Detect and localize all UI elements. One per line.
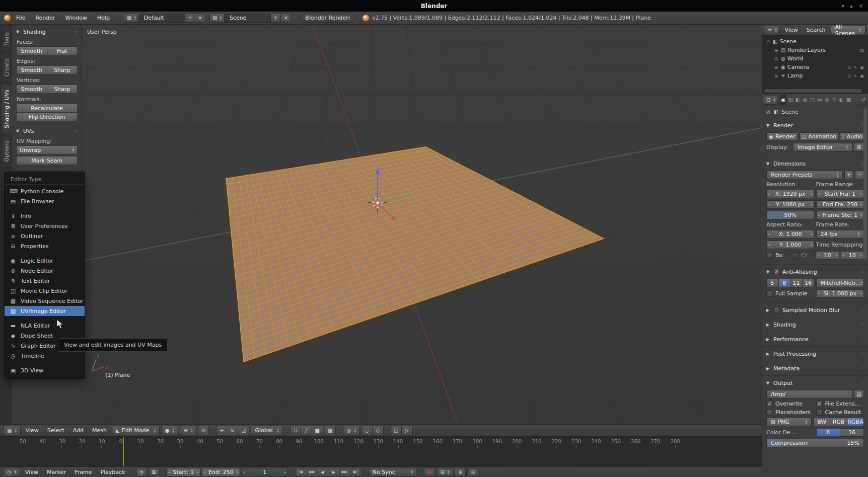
insert-keyframe-button[interactable]: ⊕	[455, 468, 466, 476]
outliner-scrollbar[interactable]	[764, 89, 862, 93]
compression-slider[interactable]: Compression: 15%	[766, 439, 864, 447]
tab-texture[interactable]: ▩	[845, 95, 852, 105]
timeline-editor-type-button[interactable]: ◷	[3, 468, 20, 476]
aa-samples-11-button[interactable]: 11	[790, 279, 803, 287]
tab-render[interactable]: ◉	[780, 95, 787, 105]
aa-samples-5-button[interactable]: 5	[766, 279, 779, 287]
menu-frame[interactable]: Frame	[71, 469, 95, 475]
resolution-x-field[interactable]: X: 1920 px	[766, 190, 815, 198]
manipulator-rotate-toggle[interactable]: ↻	[227, 426, 238, 435]
remap-old-field[interactable]: 10	[816, 251, 839, 260]
render-engine-dropdown[interactable]: Blender Render	[301, 14, 354, 23]
faces-smooth-button[interactable]: Smooth	[16, 46, 47, 55]
editor-menu-item-video-sequence-editor[interactable]: ▦Video Sequence Editor	[5, 296, 85, 306]
menu-playback[interactable]: Playback	[97, 469, 128, 475]
delete-layout-button[interactable]: ×	[195, 14, 205, 23]
render-toggle-icon[interactable]: ◉	[860, 73, 864, 78]
toolshelf-tab-create[interactable]: Create	[1, 53, 12, 83]
tab-modifiers[interactable]: ⊛	[824, 95, 830, 105]
color-depth-8-button[interactable]: 8	[816, 428, 840, 437]
tab-constraints[interactable]: ⋈	[816, 95, 823, 105]
current-frame-marker[interactable]	[123, 437, 124, 466]
outliner-item-world[interactable]: ⊕ ◍ World	[762, 54, 868, 63]
tab-physics[interactable]: ↺	[860, 95, 866, 105]
sampled-motion-blur-header[interactable]: ▶ Sampled Motion Blur ⠿	[766, 305, 864, 315]
menu-view[interactable]: View	[22, 469, 42, 475]
scene-name-field[interactable]: Scene	[225, 14, 271, 23]
window-shade-icon[interactable]: ▾	[842, 3, 844, 9]
faces-flat-button[interactable]: Flat	[47, 46, 78, 55]
orientation-dropdown[interactable]: Global	[251, 426, 282, 435]
remap-new-field[interactable]: 10	[841, 251, 864, 260]
manipulator-translate-toggle[interactable]: +	[216, 426, 227, 435]
play-reverse-button[interactable]: ◀	[317, 468, 328, 476]
editor-menu-item-properties[interactable]: ⊟Properties	[5, 241, 85, 251]
editor-menu-item-nla-editor[interactable]: ▬NLA Editor	[5, 321, 85, 331]
select-toggle-icon[interactable]: ↖	[854, 73, 858, 78]
expand-icon[interactable]: ⊕	[773, 48, 779, 53]
aa-samples-16-button[interactable]: 16	[803, 279, 815, 287]
menu-render[interactable]: Render	[31, 13, 59, 23]
editor-menu-item-logic-editor[interactable]: ◉Logic Editor	[5, 256, 85, 266]
outliner-item-scene[interactable]: ⊖ ◧ Scene	[762, 37, 868, 46]
color-mode-rgba-button[interactable]: RGBA	[847, 418, 864, 426]
editor-type-button[interactable]: ▦	[3, 426, 21, 435]
anti-aliasing-checkbox[interactable]	[773, 269, 780, 275]
render-presets-dropdown[interactable]: Render Presets	[766, 171, 843, 179]
performance-header[interactable]: ▶ Performance ⠿	[766, 334, 864, 344]
editor-menu-item-timeline[interactable]: ◷Timeline	[5, 351, 85, 361]
render-panel-header[interactable]: ▼ Render ⠿	[766, 120, 864, 130]
tab-material[interactable]: ◐	[838, 95, 844, 105]
blender-app-icon[interactable]	[4, 15, 11, 21]
preview-range-toggle[interactable]: ◔	[136, 468, 147, 476]
outliner-item-renderlayers[interactable]: ⊕ ▤ RenderLayers ▤	[762, 46, 868, 54]
interaction-mode-dropdown[interactable]: ◣ Edit Mode	[112, 426, 160, 435]
aa-samples-8-button[interactable]: 8	[779, 279, 791, 287]
timeline-ruler[interactable]: -50-40-30-20-100102030405060708090100110…	[0, 437, 762, 467]
tab-object-data[interactable]: ▽	[831, 95, 837, 105]
metadata-header[interactable]: ▶ Metadata ⠿	[766, 363, 864, 373]
menu-window[interactable]: Window	[61, 13, 92, 23]
animation-button[interactable]: ◫Animation	[800, 132, 839, 141]
resolution-y-field[interactable]: Y: 1080 px	[766, 200, 815, 209]
window-restore-icon[interactable]: ▴	[850, 3, 853, 9]
menu-add[interactable]: Add	[69, 427, 87, 434]
render-toggle-icon[interactable]: ◉	[860, 65, 864, 70]
sampled-motion-blur-checkbox[interactable]	[773, 307, 780, 313]
tab-particles[interactable]: ∴	[852, 95, 859, 105]
expand-icon[interactable]: ⊕	[773, 73, 779, 78]
post-processing-header[interactable]: ▶ Post Processing ⠿	[766, 349, 864, 359]
aspect-y-field[interactable]: Y: 1.000	[766, 241, 815, 249]
editor-menu-item-node-editor[interactable]: ⊚Node Editor	[5, 266, 85, 276]
tab-scene[interactable]: ◧	[794, 95, 801, 105]
shading-properties-header[interactable]: ▶ Shading ⠿	[766, 320, 864, 330]
editor-menu-item-info[interactable]: ℹInfo	[5, 211, 85, 221]
lock-interface-button[interactable]: ⊠	[854, 143, 864, 151]
output-panel-header[interactable]: ▼ Output ⠿	[766, 378, 864, 388]
occlude-geometry-toggle[interactable]: ▩	[325, 426, 336, 435]
editor-menu-item-python-console[interactable]: ⌨Python Console	[5, 186, 85, 196]
browse-output-button[interactable]: ▤	[854, 390, 864, 399]
outliner-display-mode-dropdown[interactable]: All Scenes	[831, 26, 865, 34]
menu-marker[interactable]: Marker	[43, 469, 69, 475]
editor-menu-item-uv-image-editor[interactable]: ▨UV/Image Editor	[5, 306, 85, 316]
screen-layout-name-field[interactable]: Default	[139, 14, 185, 23]
screen-layout-browse-button[interactable]: ▦	[124, 14, 139, 23]
render-display-dropdown[interactable]: Image Editor	[793, 143, 852, 151]
pin-icon[interactable]: ◎	[766, 109, 771, 115]
opengl-render-anim-button[interactable]: ▷	[402, 426, 413, 435]
tab-world[interactable]: ◍	[802, 95, 808, 105]
flip-direction-button[interactable]: Flip Direction	[16, 112, 78, 121]
mark-seam-button[interactable]: Mark Seam	[16, 156, 78, 165]
prev-keyframe-button[interactable]: ◀◀	[306, 468, 317, 476]
pivot-align-toggle[interactable]: ⊙	[198, 426, 209, 435]
add-scene-button[interactable]: +	[271, 14, 281, 23]
auto-keyframe-record-button[interactable]: ●	[424, 468, 435, 476]
outliner-item-camera[interactable]: ⊕ ◉ Camera ⊙ ↖ ◉	[762, 63, 868, 71]
face-select-toggle[interactable]: ■	[312, 426, 323, 435]
edge-select-toggle[interactable]: ╱	[301, 426, 312, 435]
menu-view[interactable]: View	[22, 427, 42, 434]
frame-start-field[interactable]: Start Fra: 1	[816, 190, 864, 198]
layer-visible-icon[interactable]: ▤	[859, 48, 864, 53]
hide-toggle-icon[interactable]: ⊙	[847, 73, 851, 78]
